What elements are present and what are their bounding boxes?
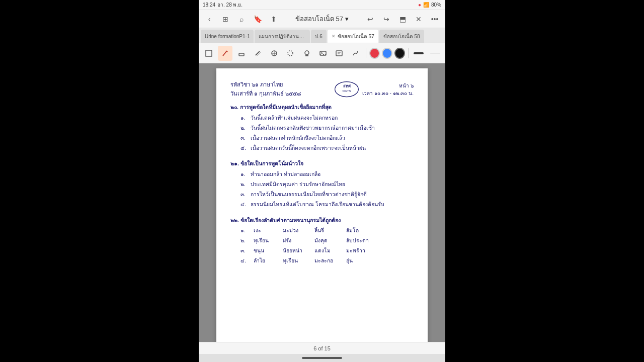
svg-text:NIETS: NIETS (343, 89, 351, 93)
doc-content: ๒๐. การพูดข้อใดที่มีเหตุผลนำเชื่อถือมากท… (230, 103, 414, 265)
app-container: 18:24 อา. 28 พ.ย. ● 📶 80% ‹ ⊞ ⌕ 🔖 ⬆ ข้อส… (199, 0, 445, 362)
svg-line-4 (256, 51, 260, 55)
redo-button[interactable]: ↪ (380, 13, 393, 26)
q22-choice-4: ๔. ลำไย ทุเรียน มะละกอ อุ่น (240, 256, 414, 265)
doc-date: วันเสาร์ที่ ๑ กุมภาพันธ์ ๒๕๕๘ (230, 89, 301, 99)
toolbar-separator-2 (408, 48, 409, 58)
close-button[interactable]: ✕ (412, 13, 425, 26)
line-width-thick[interactable] (412, 48, 426, 58)
q21-choice-3: ๓. การไหว้เป็นขนบธรรมเนียมไทยที่ชาวต่างช… (240, 190, 414, 199)
q22-choices: ๑. เงะ มะม่วง ลิ้นจี่ ส้มโอ ๒. ทุเรียน ฝ… (240, 226, 414, 265)
color-red[interactable] (369, 48, 380, 59)
time: 18:24 (203, 2, 215, 8)
svg-point-9 (288, 51, 293, 56)
select-tool[interactable] (202, 46, 216, 61)
stamp-tool[interactable] (299, 46, 313, 61)
shape-tool[interactable] (267, 46, 281, 61)
share-button[interactable]: ⬆ (267, 13, 280, 26)
day-info: อา. 28 พ.ย. (217, 1, 243, 9)
q20-number: ๒๐. การพูดข้อใดที่มีเหตุผลนำเชื่อถือมากท… (230, 103, 414, 112)
status-right: ● 📶 80% (418, 2, 441, 8)
line-width-thin[interactable] (428, 48, 442, 58)
doc-subject: รหัสวิชา ๖๑ ภาษาไทย วันเสาร์ที่ ๑ กุมภาพ… (230, 80, 301, 98)
color-black[interactable] (394, 48, 405, 59)
home-bar[interactable] (302, 357, 342, 359)
question-21: ๒๑. ข้อใดเป็นการพูดโน้มน้าวใจ ๑. ทำนาออม… (230, 159, 414, 209)
battery-icon: 80% (431, 2, 441, 8)
doc-header-right: สทศ NIETS หน้า ๖ เวลา ๑๐.๓๐ - ๑๒.๓๐ น. (334, 80, 414, 98)
status-bar: 18:24 อา. 28 พ.ย. ● 📶 80% (199, 0, 445, 10)
grid-button[interactable]: ⊞ (219, 13, 232, 26)
bottom-bar: 6 of 15 (199, 342, 445, 354)
page-number: หน้า ๖ (362, 82, 414, 89)
recording-dot: ● (418, 2, 421, 8)
chevron-down-icon[interactable]: ▾ (345, 15, 349, 23)
q21-choice-4: ๔. ธรรมนิยมไทยแท้แต่โบราณ โครมาถึงเรือนช… (240, 200, 414, 209)
q22-choice-2: ๒. ทุเรียน ฝรั่ง มังคุด ลับประดา (240, 236, 414, 245)
doc-title: ข้อสอบโอเน็ต 57 (295, 14, 343, 24)
lasso-tool[interactable] (283, 46, 297, 61)
doc-time: เวลา ๑๐.๓๐ - ๑๒.๓๐ น. (362, 89, 414, 97)
search-button[interactable]: ⌕ (235, 13, 248, 26)
tab-urine[interactable]: Urine formationP1-1 (201, 30, 254, 43)
tab-onet57[interactable]: ✕ ข้อสอบโอเน็ต 57 (328, 30, 378, 43)
tab-plan[interactable]: แผนการปฏิบัติงานวัน... (255, 30, 310, 43)
highlight-tool[interactable] (251, 46, 265, 61)
question-20: ๒๐. การพูดข้อใดที่มีเหตุผลนำเชื่อถือมากท… (230, 103, 414, 152)
q21-choice-1: ๑. ทำนาออมกล้า ทำปลาออมเกลือ (240, 170, 414, 179)
tabs-bar: Urine formationP1-1 แผนการปฏิบัติงานวัน.… (199, 28, 445, 43)
q22-choice-1: ๑. เงะ มะม่วง ลิ้นจี่ ส้มโอ (240, 226, 414, 235)
q22-choice-3: ๓. ขนุน น้อยหน่า แตงโม มะพร้าว (240, 246, 414, 255)
eraser-tool[interactable] (234, 46, 249, 61)
status-left: 18:24 อา. 28 พ.ย. (203, 1, 243, 9)
tab-close-icon[interactable]: ✕ (332, 34, 336, 39)
doc-header: รหัสวิชา ๖๑ ภาษาไทย วันเสาร์ที่ ๑ กุมภาพ… (230, 80, 414, 98)
doc-area: รหัสวิชา ๖๑ ภาษาไทย วันเสาร์ที่ ๑ กุมภาพ… (199, 63, 445, 342)
doc-page-info: หน้า ๖ เวลา ๑๐.๓๐ - ๑๒.๓๐ น. (362, 82, 414, 97)
color-blue[interactable] (382, 48, 392, 59)
image-tool[interactable] (316, 46, 330, 61)
bookmark-button[interactable]: 🔖 (251, 13, 264, 26)
q20-choice-2: ๒. วันนี้ฝนไม่ตกหรอกฉันฟังข่าวพยากรณ์อาก… (240, 124, 414, 133)
svg-rect-0 (206, 50, 212, 56)
q20-choice-1: ๑. วันนี้แดดล้าฟ้าแจ่มฝนคงจะไม่ตกหรอก (240, 114, 414, 123)
home-indicator (199, 354, 445, 362)
sign-tool[interactable] (349, 46, 363, 61)
svg-line-1 (223, 51, 227, 56)
nav-bar: ‹ ⊞ ⌕ 🔖 ⬆ ข้อสอบโอเน็ต 57 ▾ ↩ ↪ ⬒ ✕ ••• (199, 10, 445, 28)
tab-onet58[interactable]: ข้อสอบโอเน็ต 58 (379, 30, 424, 43)
q21-choice-2: ๒. ประเทศมีมิตรคุณค่า ร่วมรักษาอักษณ์ไทย (240, 180, 414, 189)
q21-number: ๒๑. ข้อใดเป็นการพูดโน้มน้าวใจ (230, 159, 414, 168)
svg-point-10 (305, 51, 309, 55)
q22-number: ๒๒. ข้อใดเรียงลำดับคำตามพจนานุกรมได้ถูกต… (230, 216, 414, 225)
document-page: รหัสวิชา ๖๑ ภาษาไทย วันเสาร์ที่ ๑ กุมภาพ… (216, 68, 428, 342)
toolbar (199, 43, 445, 63)
q20-choice-3: ๓. เมื่อวานฝนตกทำหนักนักนึงจะไม่ตกอีกแล้… (240, 134, 414, 143)
svg-rect-14 (336, 51, 342, 56)
q20-choice-4: ๔. เมื่อวานฝนตกวันนี้ก็คงจะตกอีกเพราะจะเ… (240, 144, 414, 153)
question-22: ๒๒. ข้อใดเรียงลำดับคำตามพจนานุกรมได้ถูกต… (230, 216, 414, 265)
export-button[interactable]: ⬒ (396, 13, 409, 26)
undo-button[interactable]: ↩ (364, 13, 377, 26)
toolbar-separator (366, 48, 366, 58)
nav-title: ข้อสอบโอเน็ต 57 ▾ (283, 14, 361, 24)
svg-rect-3 (239, 53, 244, 56)
svg-text:สทศ: สทศ (343, 84, 351, 88)
tab-p6[interactable]: ป.6 (311, 30, 326, 43)
textbox-tool[interactable] (332, 46, 346, 61)
wifi-icon: 📶 (423, 2, 429, 8)
niets-logo: สทศ NIETS (334, 80, 359, 98)
pencil-tool[interactable] (218, 46, 232, 61)
subject-code: รหัสวิชา ๖๑ ภาษาไทย (230, 80, 301, 89)
more-button[interactable]: ••• (428, 13, 441, 26)
back-button[interactable]: ‹ (203, 13, 216, 26)
page-info: 6 of 15 (313, 345, 331, 351)
